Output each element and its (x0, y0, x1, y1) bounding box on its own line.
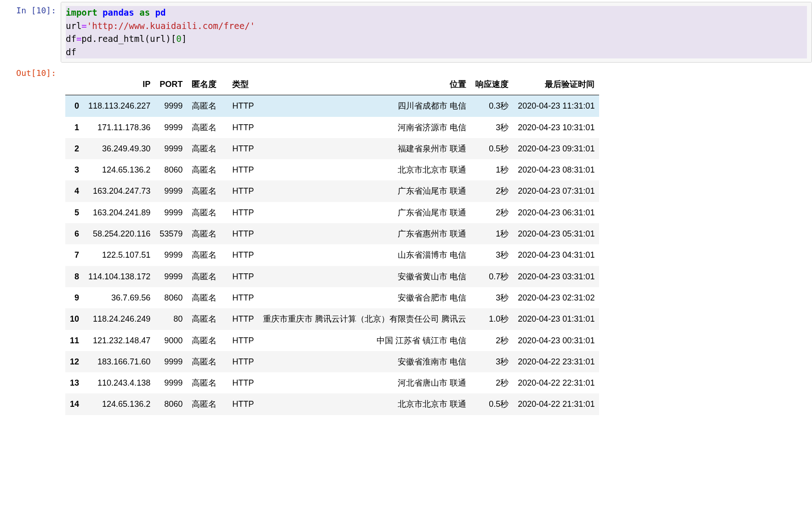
cell-响应速度: 2秒 (471, 180, 513, 202)
cell-最后验证时间: 2020-04-23 05:31:01 (513, 223, 599, 244)
cell-PORT: 9999 (155, 351, 187, 372)
cell-位置: 重庆市重庆市 腾讯云计算（北京）有限责任公司 腾讯云 (258, 308, 471, 329)
cell-匿名度: 高匿名 (187, 202, 221, 223)
cell-位置: 河北省唐山市 联通 (258, 372, 471, 393)
cell-IP: 114.104.138.172 (84, 266, 155, 287)
cell-位置: 安徽省黄山市 电信 (258, 266, 471, 287)
cell-类型: HTTP (221, 266, 258, 287)
row-index: 8 (65, 266, 84, 287)
table-row: 658.254.220.11653579高匿名HTTP广东省惠州市 联通1秒20… (65, 223, 599, 244)
table-row: 7122.5.107.519999高匿名HTTP山东省淄博市 电信3秒2020-… (65, 244, 599, 266)
table-row: 0118.113.246.2279999高匿名HTTP四川省成都市 电信0.3秒… (65, 95, 599, 117)
cell-类型: HTTP (221, 351, 258, 372)
cell-响应速度: 2秒 (471, 330, 513, 351)
output-prompt: Out[10]: (0, 64, 61, 415)
cell-PORT: 9999 (155, 372, 187, 393)
cell-PORT: 8060 (155, 287, 187, 308)
cell-最后验证时间: 2020-04-23 01:31:01 (513, 308, 599, 329)
cell-位置: 福建省泉州市 联通 (258, 138, 471, 159)
op-eq-2: = (76, 34, 81, 44)
row-index: 10 (65, 308, 84, 329)
cell-类型: HTTP (221, 159, 258, 180)
cell-位置: 安徽省合肥市 电信 (258, 287, 471, 308)
table-row: 4163.204.247.739999高匿名HTTP广东省汕尾市 联通2秒202… (65, 180, 599, 202)
output-area: IP PORT 匿名度 类型 位置 响应速度 最后验证时间 0118.113.2… (61, 64, 812, 415)
row-index: 6 (65, 223, 84, 244)
index-header (65, 74, 84, 95)
cell-响应速度: 1.0秒 (471, 308, 513, 329)
cell-匿名度: 高匿名 (187, 308, 221, 329)
table-row: 8114.104.138.1729999高匿名HTTP安徽省黄山市 电信0.7秒… (65, 266, 599, 287)
cell-最后验证时间: 2020-04-23 09:31:01 (513, 138, 599, 159)
dataframe-table: IP PORT 匿名度 类型 位置 响应速度 最后验证时间 0118.113.2… (65, 74, 599, 415)
cell-类型: HTTP (221, 223, 258, 244)
input-prompt: In [10]: (0, 2, 61, 63)
expr-df: df (66, 47, 76, 57)
cell-位置: 北京市北京市 联通 (258, 159, 471, 180)
cell-最后验证时间: 2020-04-23 04:31:01 (513, 244, 599, 266)
col-type: 类型 (221, 74, 258, 95)
cell-PORT: 9999 (155, 117, 187, 138)
cell-响应速度: 2秒 (471, 202, 513, 223)
code-block[interactable]: import pandas as pd url='http://www.kuai… (61, 2, 812, 62)
cell-类型: HTTP (221, 95, 258, 117)
cell-最后验证时间: 2020-04-23 11:31:01 (513, 95, 599, 117)
cell-位置: 安徽省淮南市 电信 (258, 351, 471, 372)
cell-类型: HTTP (221, 287, 258, 308)
cell-匿名度: 高匿名 (187, 117, 221, 138)
cell-IP: 183.166.71.60 (84, 351, 155, 372)
mod-pandas: pandas (103, 7, 134, 17)
cell-类型: HTTP (221, 372, 258, 393)
mod-pd: pd (155, 7, 166, 17)
cell-位置: 四川省成都市 电信 (258, 95, 471, 117)
cell-匿名度: 高匿名 (187, 330, 221, 351)
cell-PORT: 9999 (155, 138, 187, 159)
cell-IP: 36.7.69.56 (84, 287, 155, 308)
cell-类型: HTTP (221, 393, 258, 415)
col-port: PORT (155, 74, 187, 95)
cell-最后验证时间: 2020-04-23 00:31:01 (513, 330, 599, 351)
cell-IP: 171.11.178.36 (84, 117, 155, 138)
cell-匿名度: 高匿名 (187, 393, 221, 415)
input-cell: In [10]: import pandas as pd url='http:/… (0, 0, 812, 63)
cell-IP: 36.249.49.30 (84, 138, 155, 159)
cell-PORT: 80 (155, 308, 187, 329)
cell-PORT: 53579 (155, 223, 187, 244)
cell-响应速度: 0.5秒 (471, 138, 513, 159)
table-row: 936.7.69.568060高匿名HTTP安徽省合肥市 电信3秒2020-04… (65, 287, 599, 308)
output-cell: Out[10]: IP PORT 匿名度 类型 位置 响应速度 最后验证时间 0… (0, 63, 812, 415)
cell-匿名度: 高匿名 (187, 244, 221, 266)
cell-响应速度: 0.5秒 (471, 393, 513, 415)
table-row: 11121.232.148.479000高匿名HTTP中国 江苏省 镇江市 电信… (65, 330, 599, 351)
row-index: 1 (65, 117, 84, 138)
cell-类型: HTTP (221, 330, 258, 351)
col-speed: 响应速度 (471, 74, 513, 95)
var-url: url (66, 21, 81, 31)
table-row: 12183.166.71.609999高匿名HTTP安徽省淮南市 电信3秒202… (65, 351, 599, 372)
cell-IP: 124.65.136.2 (84, 393, 155, 415)
cell-匿名度: 高匿名 (187, 159, 221, 180)
code-input-area[interactable]: import pandas as pd url='http://www.kuai… (61, 2, 812, 63)
col-ip: IP (84, 74, 155, 95)
row-index: 2 (65, 138, 84, 159)
cell-匿名度: 高匿名 (187, 287, 221, 308)
cell-匿名度: 高匿名 (187, 95, 221, 117)
cell-PORT: 9999 (155, 244, 187, 266)
cell-IP: 58.254.220.116 (84, 223, 155, 244)
cell-响应速度: 2秒 (471, 372, 513, 393)
cell-最后验证时间: 2020-04-22 22:31:01 (513, 372, 599, 393)
cell-最后验证时间: 2020-04-23 06:31:01 (513, 202, 599, 223)
cell-响应速度: 0.3秒 (471, 95, 513, 117)
table-row: 14124.65.136.28060高匿名HTTP北京市北京市 联通0.5秒20… (65, 393, 599, 415)
var-df: df (66, 34, 76, 44)
cell-类型: HTTP (221, 180, 258, 202)
num-zero: 0 (176, 34, 181, 44)
cell-响应速度: 3秒 (471, 244, 513, 266)
cell-匿名度: 高匿名 (187, 223, 221, 244)
cell-类型: HTTP (221, 117, 258, 138)
cell-类型: HTTP (221, 244, 258, 266)
cell-PORT: 9999 (155, 180, 187, 202)
cell-响应速度: 3秒 (471, 117, 513, 138)
cell-位置: 广东省汕尾市 联通 (258, 180, 471, 202)
cell-响应速度: 3秒 (471, 351, 513, 372)
